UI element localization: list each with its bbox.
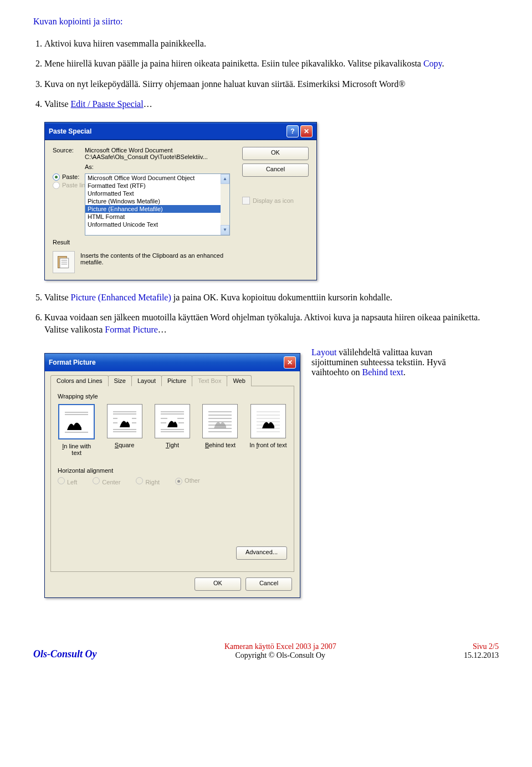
advanced-button[interactable]: Advanced...: [236, 546, 287, 560]
wrap-square-icon: [107, 404, 142, 438]
step-4-text: Valitse: [44, 99, 71, 109]
list-item[interactable]: Unformatted Text: [85, 190, 229, 197]
svg-rect-1: [60, 258, 69, 268]
tabs: Colors and Lines Size Layout Picture Tex…: [50, 375, 294, 386]
footer-copyright: Copyright © Ols-Consult Oy: [224, 651, 336, 660]
close-icon[interactable]: ✕: [300, 125, 313, 137]
step-1: Aktivoi kuva hiiren vasemmalla painikkee…: [44, 38, 499, 50]
ok-button[interactable]: OK: [242, 147, 309, 160]
footer-title: Kameran käyttö Excel 2003 ja 2007: [224, 642, 336, 651]
step-6-text-c: …: [158, 325, 167, 334]
list-item[interactable]: Microsoft Office Word Document Object: [85, 174, 229, 182]
close-icon[interactable]: ✕: [284, 356, 296, 369]
list-item-selected[interactable]: Picture (Enhanced Metafile): [85, 205, 229, 213]
step-3: Kuva on nyt leikepöydällä. Siirry ohjema…: [44, 78, 499, 90]
source-line1: Microsoft Office Word Document: [85, 147, 208, 154]
result-label: Result: [53, 239, 237, 246]
step-2: Mene hiirellä kuvan päälle ja paina hiir…: [44, 58, 499, 70]
list-item[interactable]: Formatted Text (RTF): [85, 182, 229, 190]
copy-link: Copy: [423, 59, 442, 68]
wrapping-style-label: Wrapping style: [58, 393, 287, 400]
edit-paste-special-link: Edit / Paaste Special: [71, 99, 144, 109]
footer-date: 15.12.2013: [464, 651, 499, 660]
format-picture-link: Format Picture: [105, 325, 158, 334]
wrap-tight[interactable]: Tight: [154, 404, 191, 456]
format-picture-dialog: Format Picture ✕ Colors and Lines Size L…: [44, 353, 300, 598]
step-4: Valitse Edit / Paaste Special…: [44, 98, 499, 110]
cancel-button[interactable]: Cancel: [242, 163, 309, 177]
wrap-inline-label: In line with text: [58, 443, 95, 456]
footer-company: Ols-Consult Oy: [33, 648, 97, 660]
ok-button[interactable]: OK: [195, 577, 241, 591]
format-picture-titlebar: Format Picture ✕: [45, 354, 300, 371]
paste-special-titlebar: Paste Special ? ✕: [45, 122, 316, 140]
wrap-tight-label: Tight: [154, 442, 191, 448]
step-5-text-a: Valitse: [44, 293, 71, 302]
behind-text-keyword: Behind text: [362, 367, 403, 377]
page-heading: Kuvan kopiointi ja siirto:: [33, 17, 499, 27]
as-listbox[interactable]: Microsoft Office Word Document Object Fo…: [85, 173, 230, 236]
list-item[interactable]: Unformatted Unicode Text: [85, 221, 229, 228]
wrap-square[interactable]: Square: [105, 404, 143, 456]
paste-special-dialog: Paste Special ? ✕ Source: Microsoft Offi…: [44, 122, 317, 280]
help-icon[interactable]: ?: [287, 125, 299, 137]
align-left-radio: Left: [58, 477, 77, 485]
step-4-end: …: [144, 99, 152, 109]
step-5: Valitse Picture (Enhanced Metafile) ja p…: [44, 292, 499, 304]
wrap-front[interactable]: In front of text: [249, 404, 287, 456]
wrap-behind[interactable]: Behind text: [201, 404, 239, 456]
picture-enhanced-link: Picture (Enhanced Metafile): [71, 293, 171, 302]
tab-web[interactable]: Web: [227, 375, 251, 386]
align-other-radio: Other: [175, 477, 200, 485]
wrap-inline-icon: [58, 404, 95, 439]
result-text: Inserts the contents of the Clipboard as…: [80, 251, 237, 273]
step-6: Kuvaa voidaan sen jälkeen muotoilla käyt…: [44, 311, 499, 336]
side-note: Layout välilehdeltä valittaa kuvan sijoi…: [311, 347, 478, 377]
cancel-button[interactable]: Cancel: [245, 577, 292, 591]
tab-text-box: Text Box: [192, 375, 227, 386]
as-label: As:: [85, 163, 208, 170]
wrap-front-label: In front of text: [249, 442, 287, 448]
page-footer: Ols-Consult Oy Kameran käyttö Excel 2003…: [33, 642, 499, 660]
display-as-icon-label: Display as icon: [253, 197, 294, 204]
scroll-up-icon[interactable]: ▲: [221, 174, 229, 184]
layout-keyword: Layout: [311, 347, 336, 357]
tab-size[interactable]: Size: [108, 375, 132, 386]
clipboard-icon: [53, 251, 75, 273]
side-note-end: .: [403, 367, 406, 377]
align-right-radio: Right: [136, 477, 160, 485]
step-2-end: .: [442, 59, 444, 68]
scroll-down-icon[interactable]: ▼: [221, 225, 229, 235]
list-item[interactable]: Picture (Windows Metafile): [85, 197, 229, 205]
source-label: Source:: [53, 147, 78, 170]
footer-page: Sivu 2/5: [464, 642, 499, 651]
list-item[interactable]: HTML Format: [85, 213, 229, 221]
wrap-square-label: Square: [105, 442, 143, 448]
wrap-behind-label: Behind text: [201, 442, 239, 448]
wrap-front-icon: [250, 404, 286, 438]
tab-layout[interactable]: Layout: [131, 375, 162, 386]
align-center-radio: Center: [93, 477, 120, 485]
wrap-inline[interactable]: In line with text: [58, 404, 95, 456]
paste-special-title: Paste Special: [49, 127, 91, 135]
source-line2: C:\AASafe\Ols_Consult Oy\Tuote\BSelektii…: [85, 154, 208, 160]
step-2-text: Mene hiirellä kuvan päälle ja paina hiir…: [44, 59, 423, 68]
tab-colors-lines[interactable]: Colors and Lines: [50, 375, 109, 386]
wrap-behind-icon: [202, 404, 238, 438]
wrap-tight-icon: [155, 404, 190, 438]
format-picture-title: Format Picture: [49, 359, 96, 366]
step-5-text-c: ja paina OK. Kuva kopioituu dokumenttiin…: [171, 293, 392, 302]
horizontal-alignment-label: Horizontal alignment: [58, 467, 287, 474]
checkbox-icon: [242, 197, 250, 204]
display-as-icon-checkbox: Display as icon: [242, 197, 309, 204]
tab-picture[interactable]: Picture: [161, 375, 192, 386]
scrollbar[interactable]: ▲ ▼: [221, 174, 229, 235]
